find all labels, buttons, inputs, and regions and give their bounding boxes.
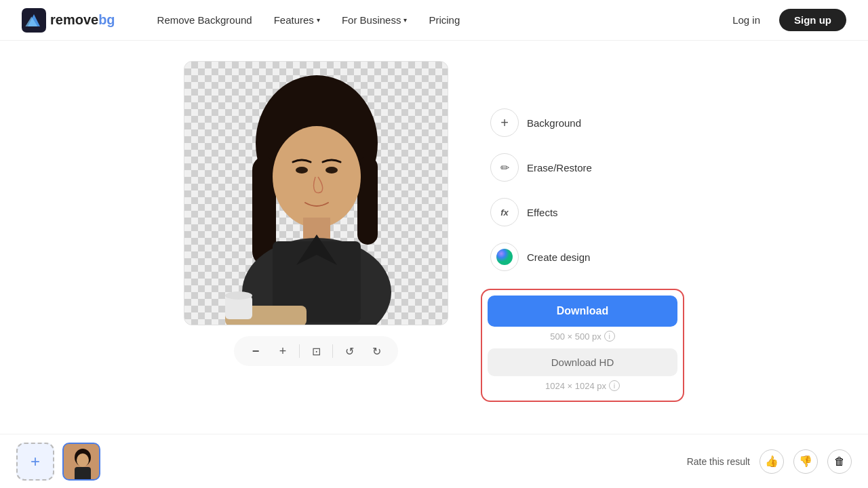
zoom-in-button[interactable]: + bbox=[272, 340, 294, 362]
signup-button[interactable]: Sign up bbox=[779, 9, 846, 31]
tool-item-background[interactable]: + Background bbox=[481, 102, 684, 144]
nav-item-remove-background[interactable]: Remove Background bbox=[148, 9, 262, 31]
tool-item-create-design[interactable]: Create design bbox=[481, 236, 684, 278]
download-button[interactable]: Download bbox=[488, 296, 677, 327]
erase-label: Erase/Restore bbox=[527, 162, 592, 174]
nav-item-for-business[interactable]: For Business ▾ bbox=[332, 9, 417, 31]
image-container bbox=[184, 61, 448, 325]
header-actions: Log in Sign up bbox=[724, 9, 846, 31]
add-image-button[interactable]: + bbox=[16, 443, 54, 481]
zoom-out-button[interactable]: − bbox=[245, 340, 267, 362]
svg-point-12 bbox=[326, 167, 338, 174]
main-content: − + ⊡ ↺ ↻ + Background ✏ Erase/Restore f… bbox=[0, 41, 868, 422]
logo[interactable]: removebg bbox=[22, 8, 115, 33]
background-icon-circle: + bbox=[490, 108, 519, 137]
svg-point-11 bbox=[296, 167, 308, 174]
redo-button[interactable]: ↻ bbox=[366, 340, 387, 362]
svg-point-20 bbox=[77, 453, 89, 467]
fit-button[interactable]: ⊡ bbox=[305, 340, 327, 362]
chevron-down-icon: ▾ bbox=[317, 16, 320, 24]
effects-icon-circle: fx bbox=[490, 198, 519, 226]
thumbs-down-button[interactable]: 👎 bbox=[793, 449, 818, 474]
svg-rect-5 bbox=[357, 157, 378, 245]
tool-item-effects[interactable]: fx Effects bbox=[481, 191, 684, 233]
delete-button[interactable]: 🗑 bbox=[827, 449, 852, 474]
download-hd-button[interactable]: Download HD bbox=[488, 348, 677, 376]
create-design-label: Create design bbox=[527, 251, 590, 263]
logo-icon bbox=[22, 8, 46, 33]
svg-point-16 bbox=[225, 291, 252, 300]
download-size: 500 × 500 px i bbox=[488, 327, 677, 348]
logo-text: removebg bbox=[50, 12, 115, 28]
person-image bbox=[184, 62, 448, 325]
info-icon-hd: i bbox=[609, 380, 620, 391]
svg-point-17 bbox=[496, 249, 513, 265]
canvas-area: − + ⊡ ↺ ↻ bbox=[184, 61, 448, 366]
undo-button[interactable]: ↺ bbox=[338, 340, 360, 362]
background-label: Background bbox=[527, 117, 581, 129]
tool-item-erase[interactable]: ✏ Erase/Restore bbox=[481, 146, 684, 188]
svg-rect-21 bbox=[75, 467, 91, 481]
bottom-bar: + Rate this result 👍 👎 🗑 bbox=[0, 434, 868, 488]
info-icon: i bbox=[604, 331, 615, 342]
login-button[interactable]: Log in bbox=[724, 9, 768, 31]
nav-item-features[interactable]: Features ▾ bbox=[264, 9, 330, 31]
bottom-right-actions: Rate this result 👍 👎 🗑 bbox=[687, 449, 852, 474]
thumbs-up-button[interactable]: 👍 bbox=[760, 449, 784, 474]
nav-item-pricing[interactable]: Pricing bbox=[419, 9, 469, 31]
toolbar-divider-2 bbox=[332, 344, 333, 358]
image-thumbnail[interactable] bbox=[62, 443, 100, 481]
image-toolbar: − + ⊡ ↺ ↻ bbox=[234, 336, 398, 366]
download-box: Download 500 × 500 px i Download HD 1024… bbox=[481, 289, 684, 402]
right-panel: + Background ✏ Erase/Restore fx Effects bbox=[481, 61, 684, 402]
download-hd-size: 1024 × 1024 px i bbox=[488, 376, 677, 395]
rate-label: Rate this result bbox=[687, 456, 750, 467]
toolbar-divider bbox=[299, 344, 300, 358]
svg-point-6 bbox=[273, 126, 361, 228]
main-nav: Remove Background Features ▾ For Busines… bbox=[148, 9, 725, 31]
effects-label: Effects bbox=[527, 207, 558, 218]
header: removebg Remove Background Features ▾ Fo… bbox=[0, 0, 868, 41]
create-design-icon-circle bbox=[490, 243, 519, 271]
chevron-down-icon: ▾ bbox=[403, 16, 407, 24]
erase-icon-circle: ✏ bbox=[490, 153, 519, 182]
